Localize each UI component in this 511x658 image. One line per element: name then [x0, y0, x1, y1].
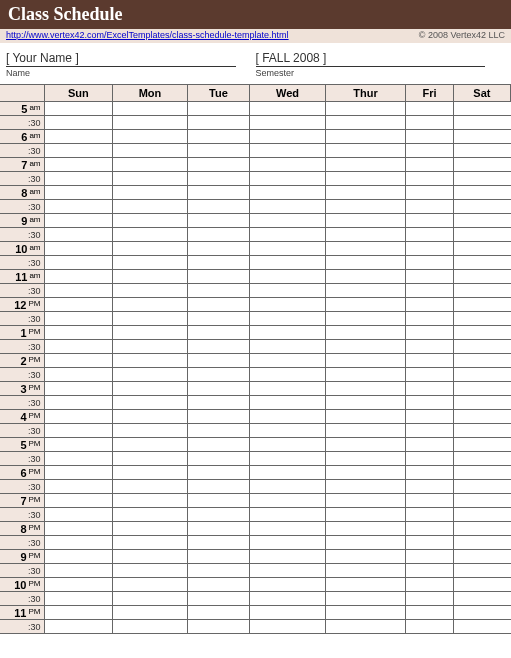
schedule-cell[interactable]	[325, 284, 405, 298]
schedule-cell[interactable]	[453, 522, 510, 536]
schedule-cell[interactable]	[250, 312, 326, 326]
schedule-cell[interactable]	[250, 536, 326, 550]
schedule-cell[interactable]	[453, 270, 510, 284]
schedule-cell[interactable]	[406, 480, 454, 494]
schedule-cell[interactable]	[250, 354, 326, 368]
schedule-cell[interactable]	[453, 298, 510, 312]
schedule-cell[interactable]	[44, 452, 113, 466]
schedule-cell[interactable]	[44, 158, 113, 172]
schedule-cell[interactable]	[453, 312, 510, 326]
schedule-cell[interactable]	[44, 424, 113, 438]
schedule-cell[interactable]	[187, 214, 249, 228]
schedule-cell[interactable]	[406, 424, 454, 438]
schedule-cell[interactable]	[44, 228, 113, 242]
schedule-cell[interactable]	[44, 144, 113, 158]
schedule-cell[interactable]	[453, 578, 510, 592]
schedule-cell[interactable]	[187, 410, 249, 424]
schedule-cell[interactable]	[187, 158, 249, 172]
schedule-cell[interactable]	[250, 326, 326, 340]
schedule-cell[interactable]	[325, 410, 405, 424]
schedule-cell[interactable]	[113, 172, 188, 186]
schedule-cell[interactable]	[453, 564, 510, 578]
schedule-cell[interactable]	[187, 606, 249, 620]
schedule-cell[interactable]	[250, 438, 326, 452]
schedule-cell[interactable]	[250, 508, 326, 522]
schedule-cell[interactable]	[113, 494, 188, 508]
schedule-cell[interactable]	[44, 326, 113, 340]
schedule-cell[interactable]	[187, 424, 249, 438]
schedule-cell[interactable]	[44, 130, 113, 144]
name-field[interactable]: [ Your Name ]	[6, 51, 236, 67]
schedule-cell[interactable]	[406, 396, 454, 410]
schedule-cell[interactable]	[325, 102, 405, 116]
schedule-cell[interactable]	[250, 298, 326, 312]
schedule-cell[interactable]	[113, 438, 188, 452]
schedule-cell[interactable]	[113, 242, 188, 256]
schedule-cell[interactable]	[250, 494, 326, 508]
schedule-cell[interactable]	[44, 200, 113, 214]
schedule-cell[interactable]	[113, 200, 188, 214]
schedule-cell[interactable]	[453, 102, 510, 116]
schedule-cell[interactable]	[250, 592, 326, 606]
schedule-cell[interactable]	[44, 438, 113, 452]
schedule-cell[interactable]	[113, 396, 188, 410]
schedule-cell[interactable]	[325, 354, 405, 368]
schedule-cell[interactable]	[453, 130, 510, 144]
schedule-cell[interactable]	[453, 466, 510, 480]
schedule-cell[interactable]	[406, 284, 454, 298]
schedule-cell[interactable]	[250, 480, 326, 494]
schedule-cell[interactable]	[187, 536, 249, 550]
schedule-cell[interactable]	[113, 340, 188, 354]
schedule-cell[interactable]	[453, 410, 510, 424]
schedule-cell[interactable]	[113, 508, 188, 522]
schedule-cell[interactable]	[113, 214, 188, 228]
schedule-cell[interactable]	[44, 284, 113, 298]
schedule-cell[interactable]	[453, 536, 510, 550]
schedule-cell[interactable]	[453, 158, 510, 172]
schedule-cell[interactable]	[113, 312, 188, 326]
schedule-cell[interactable]	[325, 522, 405, 536]
schedule-cell[interactable]	[325, 326, 405, 340]
schedule-cell[interactable]	[187, 522, 249, 536]
schedule-cell[interactable]	[187, 130, 249, 144]
schedule-cell[interactable]	[406, 326, 454, 340]
schedule-cell[interactable]	[187, 592, 249, 606]
schedule-cell[interactable]	[325, 438, 405, 452]
schedule-cell[interactable]	[406, 130, 454, 144]
schedule-cell[interactable]	[453, 284, 510, 298]
schedule-cell[interactable]	[325, 382, 405, 396]
schedule-cell[interactable]	[187, 368, 249, 382]
schedule-cell[interactable]	[113, 410, 188, 424]
schedule-cell[interactable]	[325, 466, 405, 480]
schedule-cell[interactable]	[44, 214, 113, 228]
schedule-cell[interactable]	[406, 200, 454, 214]
schedule-cell[interactable]	[325, 508, 405, 522]
schedule-cell[interactable]	[44, 186, 113, 200]
schedule-cell[interactable]	[113, 452, 188, 466]
schedule-cell[interactable]	[187, 340, 249, 354]
schedule-cell[interactable]	[325, 186, 405, 200]
schedule-cell[interactable]	[187, 508, 249, 522]
schedule-cell[interactable]	[187, 172, 249, 186]
schedule-cell[interactable]	[250, 396, 326, 410]
schedule-cell[interactable]	[113, 466, 188, 480]
schedule-cell[interactable]	[406, 214, 454, 228]
schedule-cell[interactable]	[453, 508, 510, 522]
schedule-cell[interactable]	[325, 340, 405, 354]
schedule-cell[interactable]	[44, 340, 113, 354]
schedule-cell[interactable]	[113, 578, 188, 592]
schedule-cell[interactable]	[250, 200, 326, 214]
schedule-cell[interactable]	[187, 228, 249, 242]
schedule-cell[interactable]	[325, 130, 405, 144]
semester-field[interactable]: [ FALL 2008 ]	[256, 51, 486, 67]
schedule-cell[interactable]	[187, 326, 249, 340]
schedule-cell[interactable]	[250, 158, 326, 172]
schedule-cell[interactable]	[113, 158, 188, 172]
schedule-cell[interactable]	[453, 494, 510, 508]
schedule-cell[interactable]	[187, 550, 249, 564]
schedule-cell[interactable]	[325, 298, 405, 312]
schedule-cell[interactable]	[250, 620, 326, 634]
schedule-cell[interactable]	[187, 270, 249, 284]
schedule-cell[interactable]	[44, 172, 113, 186]
schedule-cell[interactable]	[325, 242, 405, 256]
